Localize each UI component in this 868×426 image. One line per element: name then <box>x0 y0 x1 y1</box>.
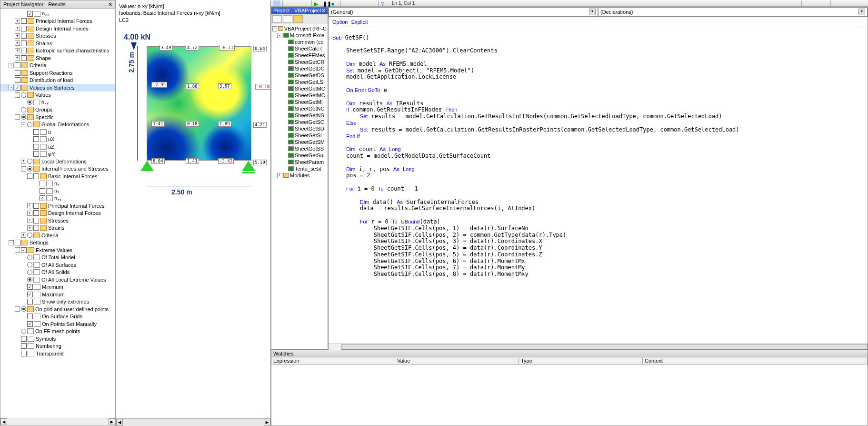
expand-icon[interactable]: + <box>15 19 20 24</box>
tree-item[interactable]: Distribution of load <box>0 77 115 84</box>
tree-item[interactable]: +Principal Internal Forces <box>0 202 115 210</box>
full-view-btn[interactable] <box>335 344 342 350</box>
code-h-scrollbar[interactable] <box>342 344 868 349</box>
checkbox-icon[interactable] <box>33 173 39 179</box>
tb-stop-icon[interactable]: ■ <box>331 0 339 6</box>
tb-btn[interactable] <box>858 0 866 6</box>
checkbox-icon[interactable] <box>27 284 33 290</box>
checkbox-icon[interactable] <box>15 85 20 91</box>
proj-item[interactable]: common (co <box>272 39 327 45</box>
expand-icon[interactable]: - <box>15 306 20 312</box>
radio-icon[interactable] <box>27 233 32 238</box>
nav-pin-icon[interactable]: ⟂ ✕ <box>103 1 112 8</box>
view-code-btn[interactable] <box>272 15 282 23</box>
checkbox-icon[interactable] <box>21 247 27 253</box>
checkbox-icon[interactable] <box>33 136 39 142</box>
checkbox-icon[interactable] <box>15 62 20 68</box>
checkbox-icon[interactable] <box>21 33 27 39</box>
expand-icon[interactable]: - <box>15 92 20 98</box>
expand-icon[interactable]: - <box>272 26 277 31</box>
expand-icon[interactable]: + <box>277 173 282 178</box>
tree-item[interactable]: -Values on Surfaces <box>0 84 115 91</box>
expand-icon[interactable]: + <box>15 41 20 46</box>
watches-body[interactable] <box>271 365 868 426</box>
tb-btn[interactable] <box>850 0 858 6</box>
tree-item[interactable]: nₓ <box>0 180 115 188</box>
proj-item[interactable]: SheetCalc ( <box>272 45 327 52</box>
tb-btn[interactable] <box>285 0 292 6</box>
expand-icon[interactable]: - <box>21 166 26 172</box>
tb-btn[interactable] <box>821 0 828 6</box>
tree-item[interactable]: On Points Set Manually <box>0 320 115 328</box>
tb-btn[interactable] <box>360 0 368 6</box>
expand-icon[interactable]: + <box>9 63 14 68</box>
watch-col-context[interactable]: Context <box>643 357 868 364</box>
proj-item[interactable]: SheetGetNS <box>272 112 327 119</box>
proj-item[interactable]: SheetGetMC <box>272 85 327 92</box>
proj-item[interactable]: -VBAProject (RF-C <box>272 25 327 32</box>
tree-item[interactable]: -Extreme Values <box>0 246 115 254</box>
tree-item[interactable]: -Settings <box>0 239 115 247</box>
watch-col-type[interactable]: Type <box>519 357 643 364</box>
radio-icon[interactable] <box>21 329 26 334</box>
checkbox-icon[interactable] <box>33 203 39 209</box>
tb-help-icon[interactable]: ? <box>380 0 388 6</box>
tb-btn[interactable] <box>351 0 359 6</box>
tree-item[interactable]: Transparent <box>0 350 115 357</box>
radio-icon[interactable] <box>27 270 32 275</box>
tree-item[interactable]: Symbols <box>0 335 115 343</box>
checkbox-icon[interactable] <box>21 55 27 61</box>
expand-icon[interactable]: + <box>21 233 26 238</box>
checkbox-icon[interactable] <box>40 195 45 201</box>
expand-icon[interactable]: - <box>27 173 32 179</box>
tree-item[interactable]: +Criteria <box>0 62 115 70</box>
tree-item[interactable]: Numbering <box>0 343 115 350</box>
checkbox-icon[interactable] <box>15 240 20 245</box>
tree-item[interactable]: -Basic Internal Forces <box>0 172 115 180</box>
chevron-down-icon[interactable]: ▾ <box>858 9 865 15</box>
checkbox-icon[interactable] <box>21 18 27 24</box>
tb-run-icon[interactable]: ▶ <box>314 0 321 6</box>
checkbox-icon[interactable] <box>15 77 20 83</box>
expand-icon[interactable]: - <box>21 122 26 127</box>
proj-item[interactable]: Tento_sešit <box>272 165 327 172</box>
expand-icon[interactable]: + <box>15 48 20 53</box>
chevron-down-icon[interactable]: ▾ <box>589 9 596 15</box>
proj-item[interactable]: SheetParam <box>272 159 327 165</box>
proj-item[interactable]: SheetGetSI <box>272 132 327 139</box>
tree-item[interactable]: +Local Deformations <box>0 158 115 165</box>
nav-h-scrollbar[interactable]: ◄ ► <box>0 418 115 426</box>
tree-item[interactable]: Of All Surfaces <box>0 261 115 269</box>
tree-item[interactable]: -Specific <box>0 113 115 121</box>
proj-item[interactable]: -Microsoft Excel <box>272 32 327 39</box>
project-tree[interactable]: -VBAProject (RF-C-Microsoft Excelcommon … <box>271 24 328 349</box>
tb-btn[interactable] <box>766 0 774 6</box>
checkbox-icon[interactable] <box>15 70 20 76</box>
proj-item[interactable]: +Modules <box>272 172 327 179</box>
proj-item[interactable]: SheetGetCR <box>272 59 327 65</box>
expand-icon[interactable]: + <box>27 211 32 216</box>
tree-item[interactable]: +Isotropic surface characteristics <box>0 47 115 55</box>
procedure-dropdown[interactable]: (Declarations) ▾ <box>598 7 868 17</box>
tree-item[interactable]: +Shape <box>0 54 115 62</box>
tb-btn[interactable] <box>804 0 811 6</box>
tree-item[interactable]: u <box>0 128 115 136</box>
checkbox-icon[interactable] <box>33 218 39 223</box>
expand-icon[interactable]: - <box>15 247 20 253</box>
checkbox-icon[interactable] <box>40 188 45 194</box>
tb-btn[interactable] <box>343 0 350 6</box>
tb-pause-icon[interactable]: ❚❚ <box>322 0 330 6</box>
checkbox-icon[interactable] <box>21 41 27 46</box>
proj-item[interactable]: SheetGetSM <box>272 139 327 145</box>
expand-icon[interactable]: + <box>15 55 20 61</box>
expand-icon[interactable]: - <box>9 85 14 90</box>
checkbox-icon[interactable] <box>21 48 27 53</box>
expand-icon[interactable]: + <box>27 218 32 223</box>
tree-item[interactable]: Show only extremes <box>0 298 115 306</box>
tree-item[interactable]: +Principal Internal Forces <box>0 18 115 25</box>
tree-item[interactable]: Of All Local Extreme Values <box>0 276 115 284</box>
tree-item[interactable]: +Stresses <box>0 217 115 224</box>
tb-btn[interactable] <box>754 0 762 6</box>
checkbox-icon[interactable] <box>27 314 33 319</box>
proj-item[interactable]: SheetGetLS <box>272 79 327 85</box>
